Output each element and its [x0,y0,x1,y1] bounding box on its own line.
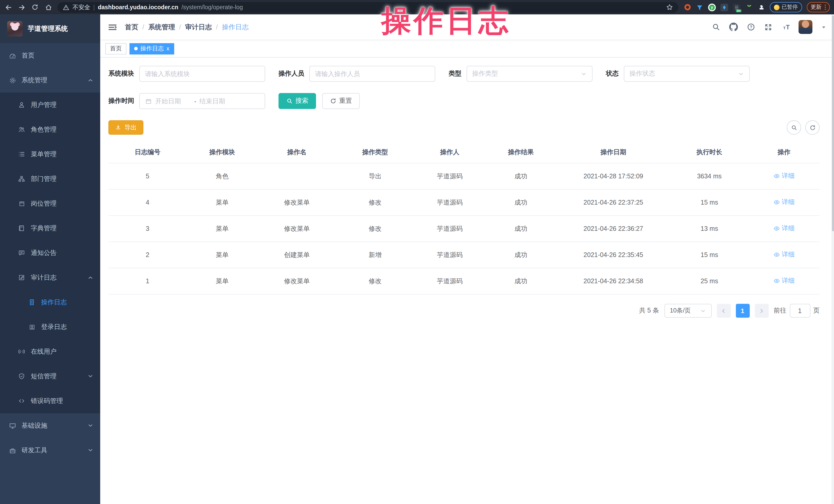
breadcrumb-audit[interactable]: 审计日志 [185,22,212,31]
fullscreen-icon[interactable] [764,22,773,31]
detail-link-label: 详细 [782,172,795,180]
col-module: 操作模块 [186,142,258,163]
search-button[interactable]: 搜索 [279,93,316,109]
detail-link[interactable]: 详细 [774,250,795,259]
user-avatar[interactable] [798,20,812,34]
module-input[interactable] [145,70,260,78]
time-label: 操作时间 [108,96,134,105]
filter-operator: 操作人员 [279,66,435,82]
search-icon[interactable] [711,22,720,31]
cell-log-id: 2 [108,242,186,268]
screen: 不安全 | dashboard.yudao.iocoder.cn /system… [0,0,834,504]
page-scrollbar[interactable] [831,15,834,504]
detail-link[interactable]: 详细 [774,277,795,285]
end-date-input[interactable] [199,97,235,105]
extension-gem-icon[interactable] [720,3,728,11]
extension-puzzle-icon[interactable] [758,3,765,11]
type-select[interactable]: 操作类型 [467,66,592,82]
detail-link[interactable]: 详细 [774,198,795,206]
sidebar-item-login-log[interactable]: 登录日志 [0,314,100,339]
browser-reload-icon[interactable] [31,3,39,11]
sidebar-item-operate-log[interactable]: 操作日志 [0,290,100,314]
reset-button[interactable]: 重置 [322,93,360,109]
tag-operate-log[interactable]: 操作日志 x [130,43,174,54]
cell-module: 菜单 [186,242,258,268]
breadcrumb-system[interactable]: 系统管理 [148,22,175,31]
help-icon[interactable]: ? [746,22,755,31]
extension-sprout-icon[interactable] [745,3,753,11]
sidebar-item-label: 角色管理 [31,125,94,134]
svg-text:T: T [786,24,790,30]
tag-home[interactable]: 首页 [105,43,126,54]
toggle-search-button[interactable] [787,120,801,135]
next-page-button[interactable] [754,304,768,318]
hamburger-icon[interactable] [107,22,118,32]
sidebar-item-home[interactable]: 首页 [0,43,100,68]
sidebar-item-audit-log[interactable]: 审计日志 [0,265,100,290]
sidebar-item-post-mgmt[interactable]: 岗位管理 [0,191,100,216]
sidebar-item-menu-mgmt[interactable]: 菜单管理 [0,142,100,167]
breadcrumb-separator: / [179,23,181,31]
app-frame: 芋道管理系统 首页 系统管理 用户管理 角色管理 [0,15,834,504]
page-number-button[interactable]: 1 [736,304,749,318]
extension-paused-pill[interactable]: 已暂停 [770,2,802,12]
browser-back-icon[interactable] [4,3,12,11]
badge-icon [18,199,26,208]
cell-module: 菜单 [186,216,258,242]
extension-green-y-icon[interactable]: y [708,3,716,11]
col-result: 操作结果 [485,142,556,163]
avatar-caret-icon[interactable] [821,24,827,30]
start-date-input[interactable] [155,97,191,105]
font-size-icon[interactable]: TT [781,22,790,31]
detail-link[interactable]: 详细 [774,172,795,180]
sidebar-logo[interactable]: 芋道管理系统 [0,15,100,43]
chevron-down-icon [87,373,94,380]
detail-link[interactable]: 详细 [774,224,795,233]
status-select[interactable]: 操作状态 [624,66,750,82]
goto-page-input[interactable] [792,307,808,314]
calendar-icon [145,97,152,105]
chevron-down-icon [87,447,94,454]
sidebar-item-label: 基础设施 [22,421,82,430]
extension-funnel-icon[interactable] [696,3,703,11]
security-label[interactable]: 不安全 [72,3,90,11]
cell-type: 修改 [336,216,414,242]
cell-type: 修改 [336,190,414,216]
module-input-box [139,66,265,82]
sidebar-item-online-users[interactable]: 在线用户 [0,339,100,364]
breadcrumb-home[interactable]: 首页 [125,22,138,31]
browser-update-pill[interactable]: 更新 [807,2,830,12]
sidebar-item-dept-mgmt[interactable]: 部门管理 [0,167,100,191]
prev-page-button[interactable] [717,304,730,318]
message-icon [18,249,26,257]
export-button[interactable]: 导出 [108,120,144,135]
address-bar[interactable]: 不安全 | dashboard.yudao.iocoder.cn /system… [58,2,678,13]
sidebar-item-user-mgmt[interactable]: 用户管理 [0,92,100,117]
cell-duration: 15 ms [670,242,748,268]
browser-menu-icon[interactable] [825,5,826,10]
scrollbar-thumb[interactable] [832,16,834,231]
sidebar-item-sms-mgmt[interactable]: 短信管理 [0,364,100,389]
sidebar-item-role-mgmt[interactable]: 角色管理 [0,117,100,142]
extension-on-badge-icon[interactable]: on [733,3,741,11]
sidebar-item-system-mgmt[interactable]: 系统管理 [0,68,100,92]
date-range-picker[interactable]: - [139,93,265,109]
url-host[interactable]: dashboard.yudao.iocoder.cn [98,4,178,10]
tag-close-icon[interactable]: x [167,46,169,51]
github-icon[interactable] [729,22,738,31]
table-toolbar: 导出 [108,120,826,135]
svg-text:?: ? [749,25,752,29]
refresh-table-button[interactable] [805,120,819,135]
page-size-select[interactable]: 10条/页 [664,304,711,318]
sidebar-item-dev-tools[interactable]: 研发工具 [0,438,100,463]
url-path[interactable]: /system/log/operate-log [181,4,663,10]
extension-orange-icon[interactable] [683,3,691,11]
sidebar-item-dict-mgmt[interactable]: 字典管理 [0,216,100,241]
bookmark-star-icon[interactable] [666,4,673,11]
sidebar-item-errorcode-mgmt[interactable]: 错误码管理 [0,389,100,413]
sidebar-item-notice[interactable]: 通知公告 [0,241,100,265]
operator-input[interactable] [315,70,430,78]
browser-forward-icon[interactable] [18,3,26,11]
sidebar-item-infrastructure[interactable]: 基础设施 [0,413,100,438]
browser-home-icon[interactable] [44,3,52,11]
